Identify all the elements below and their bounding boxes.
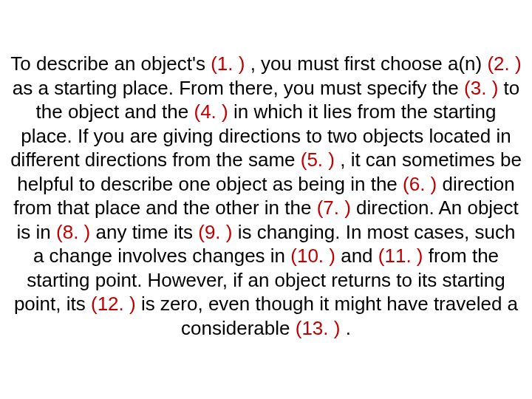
blank-4: (4. ): [194, 100, 228, 123]
blank-12: (12. ): [91, 293, 136, 315]
blank-11: (11. ): [378, 245, 423, 267]
blank-6: (6. ): [403, 173, 437, 195]
text-run: To describe an object's: [10, 52, 211, 75]
blank-1: (1. ): [211, 52, 245, 75]
blank-3: (3. ): [464, 77, 498, 99]
text-run: .: [340, 317, 350, 339]
text-run: and: [335, 245, 378, 267]
blank-13: (13. ): [296, 317, 341, 339]
text-run: as a starting place. From there, you mus…: [13, 77, 464, 99]
blank-10: (10. ): [290, 245, 335, 267]
blank-8: (8. ): [56, 221, 90, 243]
text-run: any time its: [90, 221, 198, 243]
blank-5: (5. ): [301, 149, 335, 171]
text-run: , you must first choose a(n): [245, 52, 487, 75]
blank-9: (9. ): [198, 221, 232, 243]
slide-container: To describe an object's (1. ) , you must…: [0, 0, 532, 399]
blank-7: (7. ): [317, 197, 351, 219]
blank-2: (2. ): [487, 52, 521, 75]
body-paragraph: To describe an object's (1. ) , you must…: [9, 52, 523, 340]
